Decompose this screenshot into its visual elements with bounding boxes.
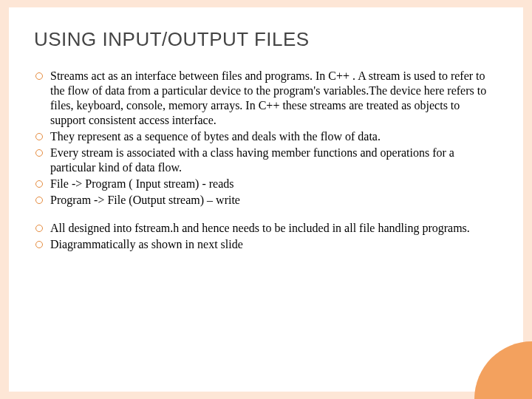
list-item: They represent as a sequence of bytes an… xyxy=(34,129,498,144)
list-item: Program -> File (Output stream) – write xyxy=(34,193,498,208)
slide-title: USING INPUT/OUTPUT FILES xyxy=(34,28,498,51)
list-item: Every stream is associated with a class … xyxy=(34,146,498,175)
list-item: Diagrammatically as shown in next slide xyxy=(34,237,498,252)
list-item: File -> Program ( Input stream) - reads xyxy=(34,177,498,191)
bullet-group-2: All designed into fstream.h and hence ne… xyxy=(34,221,498,252)
list-item: All designed into fstream.h and hence ne… xyxy=(34,221,498,236)
bullet-group-1: Streams act as an interface between file… xyxy=(34,69,498,208)
list-item: Streams act as an interface between file… xyxy=(34,69,498,128)
slide-card: USING INPUT/OUTPUT FILES Streams act as … xyxy=(9,7,523,392)
